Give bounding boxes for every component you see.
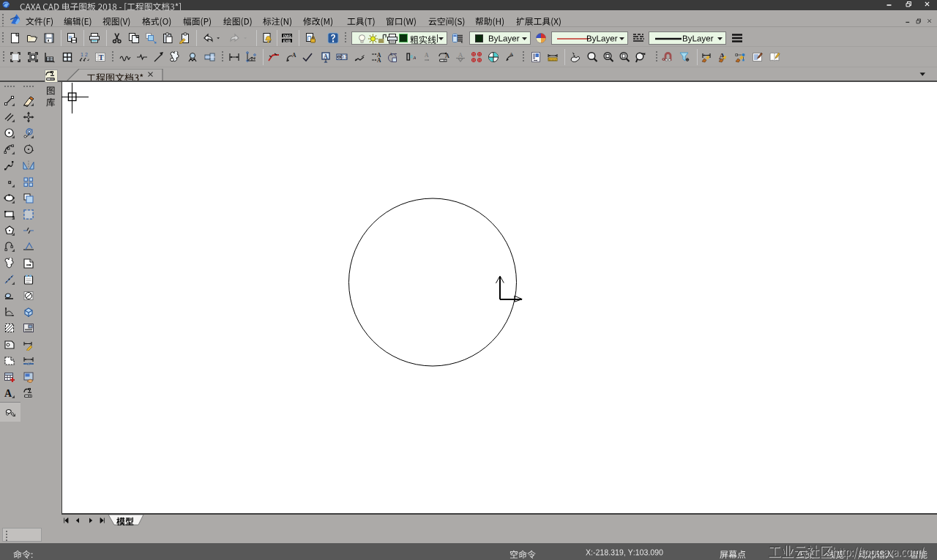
svg-text:A: A (509, 51, 513, 57)
svg-text:A: A (377, 57, 381, 63)
svg-text:A: A (445, 53, 449, 59)
svg-text:1: 1 (81, 52, 83, 57)
svg-text:0.1: 0.1 (340, 54, 347, 59)
svg-text:A: A (292, 52, 296, 59)
svg-text:A: A (458, 51, 463, 59)
svg-text:A: A (389, 52, 393, 56)
svg-text:T: T (99, 53, 104, 61)
svg-text:2: 2 (85, 52, 88, 57)
svg-text:A: A (4, 388, 12, 399)
svg-text:A: A (413, 55, 416, 61)
svg-text:A: A (425, 52, 429, 59)
svg-text:A: A (324, 53, 328, 60)
